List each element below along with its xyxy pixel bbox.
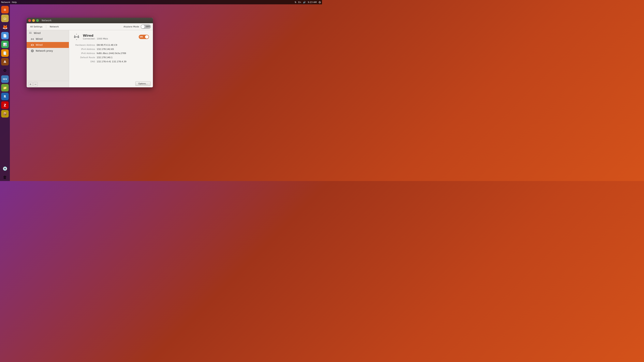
wired-title-area: Wired Connected - 1000 Mb/s [83, 34, 136, 40]
sidebar-item-disk[interactable]: 💿 [1, 165, 9, 172]
wired-label: Wired [36, 38, 42, 40]
sidebar-item-firefox[interactable]: 🦊 [1, 23, 9, 31]
dns-value: 132.178.4.41 132.178.4.39 [97, 60, 126, 64]
wired-header-label: Wired [34, 32, 41, 34]
network-status-icon: ⇅ [294, 1, 296, 3]
wired-header: Wired Connected - 1000 Mb/s ON [73, 33, 149, 40]
svg-marker-27 [76, 34, 77, 34]
detail-row-hardware: Hardware Address D8:9E:F3:11:4E:C9 [73, 43, 149, 47]
sidebar-item-archive[interactable]: 📦 [1, 110, 9, 117]
sidebar-item-fonts[interactable]: A [1, 58, 9, 65]
svg-rect-9 [33, 39, 34, 40]
power-icon[interactable]: ⏻ [319, 1, 321, 3]
toggle-knob [141, 25, 144, 28]
left-panel: Wired Wired [27, 30, 69, 87]
sidebar-item-files2[interactable]: 📁 [1, 84, 9, 91]
sidebar-item-igv[interactable]: iGV [1, 75, 9, 83]
window-toolbar: All Settings Network Airplane Mode OFF [27, 23, 153, 30]
sidebar-item-trash[interactable]: 🗑 [1, 174, 9, 181]
svg-rect-25 [74, 37, 75, 38]
proxy-icon [30, 49, 34, 53]
ipv4-value: 132.178.142.65 [97, 47, 114, 51]
svg-rect-8 [31, 39, 32, 40]
toggle-on-label: ON [140, 36, 143, 38]
window-content: Wired Wired [27, 30, 153, 87]
detail-row-ipv4: IPv4 Address 132.178.142.65 [73, 47, 149, 51]
network-breadcrumb[interactable]: Network [48, 25, 60, 28]
list-item-network-proxy[interactable]: Network proxy [27, 48, 69, 54]
wired-toggle[interactable]: ON [139, 35, 149, 39]
wired-connection-status: Connected - 1000 Mb/s [83, 37, 136, 40]
options-button[interactable]: Options... [135, 81, 150, 86]
taskbar: Network Help ⇅ En 🔊 9:23 AM ⏻ [0, 0, 322, 4]
wired-connection-icon [73, 33, 80, 40]
sidebar-item-sheets[interactable]: 📊 [1, 41, 9, 48]
ipv6-label: IPv6 Address [73, 51, 97, 56]
airplane-mode-toggle[interactable]: OFF [141, 24, 151, 29]
detail-row-route: Default Route 132.178.140.1 [73, 56, 149, 60]
svg-rect-2 [31, 32, 31, 33]
toolbar-separator [46, 25, 46, 28]
window-close-button[interactable] [28, 19, 31, 22]
hardware-address-value: D8:9E:F3:11:4E:C9 [97, 43, 117, 47]
right-panel-footer: Options... [133, 80, 153, 87]
window-maximize-button[interactable] [36, 19, 39, 22]
sidebar-item-settings[interactable]: ⚙ [1, 67, 9, 74]
list-item-wired[interactable]: Wired [27, 36, 69, 42]
svg-rect-6 [31, 38, 32, 39]
default-route-label: Default Route [73, 56, 97, 60]
airplane-mode-label: Airplane Mode [124, 25, 139, 28]
add-connection-button[interactable]: + [28, 82, 32, 86]
ipv6-value: fe80::8bcc:2442:9cfa:2789 [97, 51, 126, 56]
svg-rect-13 [31, 45, 32, 46]
svg-rect-23 [74, 35, 75, 37]
dns-label: DNS [73, 60, 97, 64]
sidebar-item-ftp[interactable]: Z [1, 101, 9, 109]
default-route-value: 132.178.140.1 [97, 56, 112, 60]
svg-rect-14 [33, 45, 34, 46]
menu-network[interactable]: Network [1, 1, 10, 3]
svg-marker-15 [32, 43, 32, 44]
network-window: Network All Settings Network Airplane Mo… [27, 18, 153, 87]
list-item-wired-active[interactable]: Wired [27, 42, 69, 48]
clock: 9:23 AM [308, 1, 317, 3]
detail-row-dns: DNS 132.178.4.41 132.178.4.39 [73, 60, 149, 64]
all-settings-button[interactable]: All Settings [28, 25, 44, 28]
hardware-address-label: Hardware Address [73, 43, 97, 47]
right-panel: Wired Connected - 1000 Mb/s ON Hardware … [69, 30, 153, 87]
svg-rect-0 [29, 33, 32, 33]
ipv4-label: IPv4 Address [73, 47, 97, 51]
wired-connection-title: Wired [83, 34, 136, 37]
left-panel-footer: + − [27, 81, 69, 87]
detail-row-ipv6: IPv6 Address fe80::8bcc:2442:9cfa:2789 [73, 51, 149, 56]
proxy-label: Network proxy [36, 49, 53, 52]
svg-rect-3 [30, 32, 30, 32]
airplane-mode-area: Airplane Mode OFF [124, 24, 151, 29]
wired-active-icon [30, 43, 34, 47]
left-panel-list: Wired Wired [27, 30, 69, 81]
sidebar: ⊙ 🗂 🦊 📄 📊 📑 A ⚙ iGV 📁 R Z 📦 💿 🗑 [0, 4, 10, 181]
sidebar-item-present[interactable]: 📑 [1, 49, 9, 57]
svg-rect-26 [78, 37, 79, 38]
airplane-mode-state: OFF [146, 26, 150, 27]
svg-rect-1 [30, 32, 30, 33]
svg-rect-11 [31, 44, 32, 45]
keyboard-layout[interactable]: En [298, 1, 301, 3]
volume-icon[interactable]: 🔊 [303, 1, 306, 3]
sidebar-item-ubuntu[interactable]: ⊙ [1, 6, 9, 13]
window-title: Network [42, 19, 52, 22]
menu-help[interactable]: Help [12, 1, 17, 3]
remove-connection-button[interactable]: − [33, 82, 38, 86]
window-titlebar: Network [27, 18, 153, 23]
list-item-wired-header[interactable]: Wired [27, 30, 69, 36]
svg-marker-28 [76, 39, 77, 40]
sidebar-item-rstudio[interactable]: R [1, 93, 9, 100]
window-minimize-button[interactable] [32, 19, 35, 22]
wired-connection-icon-area [73, 33, 80, 40]
sidebar-item-files[interactable]: 🗂 [1, 14, 9, 22]
wired-active-label: Wired [36, 43, 42, 46]
wired-header-icon [28, 31, 32, 35]
svg-rect-4 [30, 32, 31, 32]
sidebar-item-docs[interactable]: 📄 [1, 32, 9, 39]
taskbar-left: Network Help [1, 1, 17, 3]
